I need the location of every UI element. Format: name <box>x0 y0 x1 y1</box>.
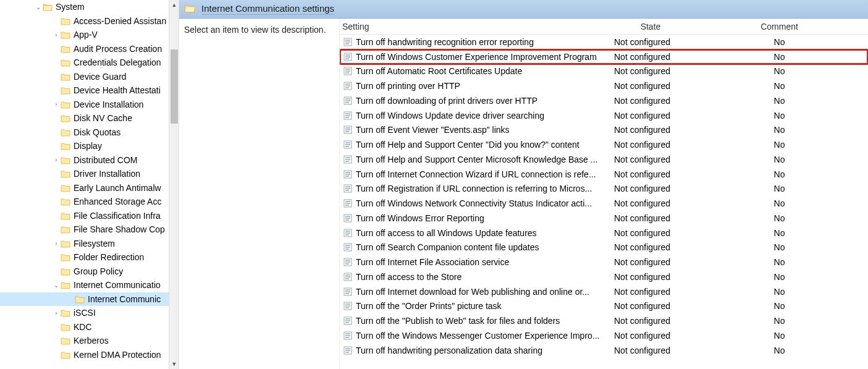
folder-icon <box>60 323 71 331</box>
settings-row[interactable]: Turn off access to all Windows Update fe… <box>340 226 868 240</box>
tree-item[interactable]: Display <box>0 139 179 153</box>
tree-item[interactable]: ›App-V <box>0 28 179 42</box>
state-cell: Not configured <box>610 198 691 208</box>
comment-cell: No <box>691 257 868 267</box>
settings-row[interactable]: Turn off handwriting personalization dat… <box>340 343 868 358</box>
tree-item[interactable]: Folder Redirection <box>0 250 179 265</box>
settings-row[interactable]: Turn off Registration if URL connection … <box>340 182 868 197</box>
folder-icon <box>60 17 71 25</box>
tree-item-label: Enhanced Storage Acc <box>71 197 161 206</box>
settings-row[interactable]: Turn off the "Publish to Web" task for f… <box>340 313 868 328</box>
state-cell: Not configured <box>610 66 691 76</box>
tree-item[interactable]: Kerberos <box>0 334 179 348</box>
tree-item[interactable]: Access-Denied Assistan <box>0 14 179 28</box>
settings-row[interactable]: Turn off Help and Support Center "Did yo… <box>340 137 868 152</box>
tree-item[interactable]: Device Guard <box>0 70 179 84</box>
policy-icon <box>342 184 353 193</box>
tree-item[interactable]: File Share Shadow Cop <box>0 223 179 237</box>
tree-item[interactable]: ⌄Internet Communicatio <box>0 278 179 292</box>
policy-icon <box>342 140 353 149</box>
settings-row[interactable]: Turn off the "Order Prints" picture task… <box>340 299 868 314</box>
state-cell: Not configured <box>610 37 691 47</box>
chevron-right-icon[interactable]: › <box>53 101 60 108</box>
folder-icon <box>60 336 71 345</box>
tree-item[interactable]: File Classification Infra <box>0 209 179 223</box>
settings-row[interactable]: Turn off access to the Store Not configu… <box>340 269 868 284</box>
policy-icon <box>342 96 353 105</box>
settings-row[interactable]: Turn off Internet Connection Wizard if U… <box>340 167 868 182</box>
tree-item[interactable]: Enhanced Storage Acc <box>0 195 179 209</box>
settings-row[interactable]: Turn off the Windows Messenger Customer … <box>340 328 868 343</box>
chevron-right-icon[interactable]: › <box>53 156 60 163</box>
setting-label: Turn off Automatic Root Certificates Upd… <box>353 66 522 76</box>
state-cell: Not configured <box>610 52 691 62</box>
folder-icon <box>60 239 71 248</box>
chevron-right-icon[interactable]: › <box>53 240 60 247</box>
settings-row[interactable]: Turn off Event Viewer "Events.asp" links… <box>340 123 868 138</box>
comment-cell: No <box>691 228 868 238</box>
settings-row[interactable]: Turn off Windows Error Reporting Not con… <box>340 211 868 226</box>
settings-row[interactable]: Turn off handwriting recognition error r… <box>340 35 868 49</box>
tree-item[interactable]: ›Device Installation <box>0 98 179 112</box>
settings-row[interactable]: Turn off Internet download for Web publi… <box>340 284 868 299</box>
chevron-down-icon[interactable]: ⌄ <box>53 282 60 289</box>
folder-icon <box>60 197 71 206</box>
chevron-right-icon[interactable]: › <box>53 32 60 38</box>
state-cell: Not configured <box>610 155 691 164</box>
chevron-down-icon[interactable]: ⌄ <box>35 4 42 11</box>
policy-icon <box>342 331 353 340</box>
tree-item[interactable]: Internet Communic <box>0 292 179 307</box>
column-setting[interactable]: Setting <box>340 22 610 32</box>
tree-item[interactable]: ›Distributed COM <box>0 153 179 168</box>
tree-item-label: Early Launch Antimalw <box>71 183 161 193</box>
comment-cell: No <box>691 198 868 208</box>
settings-row[interactable]: Turn off Search Companion content file u… <box>340 240 868 255</box>
scroll-up-button[interactable]: ▲ <box>169 0 179 10</box>
comment-cell: No <box>691 37 868 47</box>
settings-row[interactable]: Turn off Windows Update device driver se… <box>340 108 868 123</box>
tree-item-label: Distributed COM <box>71 155 137 165</box>
scroll-down-button[interactable]: ▼ <box>169 359 179 369</box>
tree-item[interactable]: Disk Quotas <box>0 125 179 140</box>
settings-row[interactable]: Turn off downloading of print drivers ov… <box>340 93 868 108</box>
comment-cell: No <box>691 96 868 106</box>
tree-item-label: Kernel DMA Protection <box>71 350 161 360</box>
tree-item-label: Internet Communicatio <box>71 280 161 290</box>
tree-item-system[interactable]: ⌄ System <box>0 0 179 14</box>
state-cell: Not configured <box>610 346 691 355</box>
tree-item[interactable]: Audit Process Creation <box>0 42 179 56</box>
tree-item[interactable]: Driver Installation <box>0 167 179 181</box>
settings-row[interactable]: Turn off Internet File Association servi… <box>340 255 868 269</box>
settings-row[interactable]: Turn off Windows Network Connectivity St… <box>340 196 868 211</box>
tree-item[interactable]: Early Launch Antimalw <box>0 181 179 195</box>
comment-cell: No <box>691 111 868 121</box>
settings-row[interactable]: Turn off Help and Support Center Microso… <box>340 152 868 167</box>
state-cell: Not configured <box>610 331 691 341</box>
tree-scrollbar[interactable]: ▲ ▼ <box>169 0 179 369</box>
scrollbar-thumb[interactable] <box>171 49 178 124</box>
tree-item-label: Device Health Attestati <box>71 85 161 95</box>
tree-item[interactable]: ›iSCSI <box>0 306 179 320</box>
policy-icon <box>342 258 353 266</box>
state-cell: Not configured <box>610 242 691 252</box>
chevron-right-icon[interactable]: › <box>53 310 60 316</box>
settings-row[interactable]: Turn off Automatic Root Certificates Upd… <box>340 64 868 79</box>
setting-label: Turn off Windows Update device driver se… <box>353 111 544 121</box>
tree-item[interactable]: Kernel DMA Protection <box>0 348 179 362</box>
settings-row[interactable]: Turn off printing over HTTP Not configur… <box>340 78 868 93</box>
tree-item[interactable]: Credentials Delegation <box>0 56 179 70</box>
description-prompt: Select an item to view its description. <box>184 25 326 35</box>
policy-icon <box>342 229 353 237</box>
tree-item[interactable]: Disk NV Cache <box>0 111 179 125</box>
setting-label: Turn off Internet download for Web publi… <box>353 287 589 297</box>
tree-item[interactable]: KDC <box>0 320 179 334</box>
column-state[interactable]: State <box>610 22 691 32</box>
tree-item[interactable]: Device Health Attestati <box>0 83 179 98</box>
tree-item-label: KDC <box>71 322 92 332</box>
tree-item[interactable]: ›Filesystem <box>0 237 179 251</box>
settings-row[interactable]: Turn off Windows Customer Experience Imp… <box>340 49 868 64</box>
tree-item[interactable]: Group Policy <box>0 265 179 279</box>
folder-open-icon <box>184 3 195 15</box>
column-comment[interactable]: Comment <box>691 22 868 32</box>
folder-icon <box>60 142 71 150</box>
